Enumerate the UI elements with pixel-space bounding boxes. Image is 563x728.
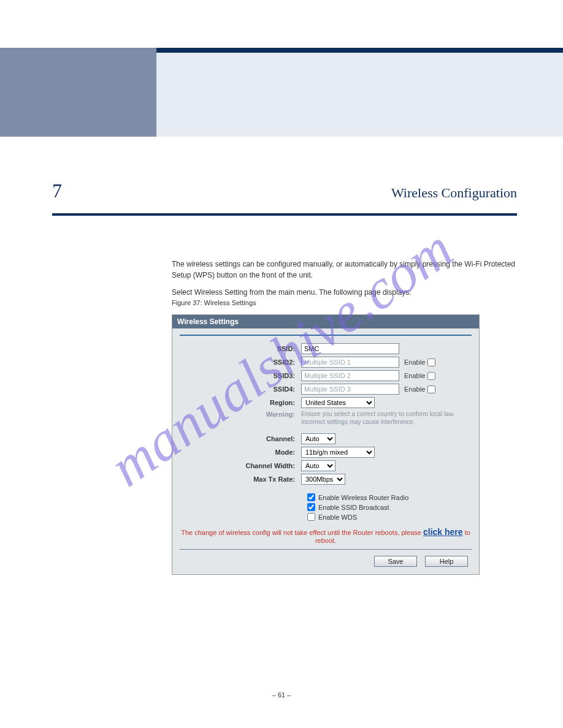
ssid-input[interactable] — [301, 343, 399, 354]
intro-text: The wireless settings can be configured … — [172, 259, 515, 304]
page-number: – 61 – — [0, 691, 563, 699]
enable-radio-label: Enable Wireless Router Radio — [318, 494, 408, 501]
region-select[interactable]: United States — [301, 397, 375, 408]
channel-width-label: Channel Width: — [180, 462, 301, 469]
row-region: Region: United States — [180, 397, 472, 408]
ssid2-enable-label: Enable — [404, 358, 425, 366]
row-warning: Warning: Ensure you select a correct cou… — [180, 411, 472, 426]
ssid4-label: SSID4: — [180, 385, 301, 393]
enable-ssidbc-label: Enable SSID Broadcast — [318, 504, 389, 511]
channel-width-select[interactable]: Auto — [301, 460, 335, 471]
mode-label: Mode: — [180, 449, 301, 456]
enable-ssidbc-checkbox[interactable] — [307, 503, 315, 511]
row-ssid: SSID: — [180, 343, 472, 354]
ssid-label: SSID: — [180, 345, 301, 352]
panel-title: Wireless Settings — [172, 315, 479, 328]
button-row: Save Help — [180, 556, 472, 567]
ssid2-enable-checkbox[interactable] — [427, 358, 435, 366]
row-ssid2: SSID2: Enable — [180, 357, 472, 368]
chapter-heading: 7 Wireless Configuration — [52, 180, 517, 216]
panel-bottom-rule — [180, 549, 472, 550]
reboot-pre: The change of wireless config will not t… — [181, 529, 423, 536]
banner-left-block — [0, 48, 156, 137]
ssid3-enable-checkbox[interactable] — [427, 372, 435, 380]
enable-radio-checkbox[interactable] — [307, 493, 315, 501]
figure-caption: Figure 37: Wireless Settings — [172, 299, 256, 306]
row-channel-width: Channel Width: Auto — [180, 460, 472, 471]
ssid4-input[interactable] — [301, 384, 399, 395]
ssid2-label: SSID2: — [180, 358, 301, 366]
ssid4-enable-checkbox[interactable] — [427, 385, 435, 393]
mode-select[interactable]: 11b/g/n mixed — [301, 447, 375, 458]
region-label: Region: — [180, 399, 301, 406]
reboot-link[interactable]: click here — [423, 527, 463, 537]
enable-wds-label: Enable WDS — [318, 514, 357, 521]
ssid3-enable-label: Enable — [404, 372, 425, 379]
row-channel: Channel: Auto — [180, 433, 472, 444]
warning-text: Ensure you select a correct country to c… — [301, 411, 461, 426]
chapter-number: 7 — [52, 180, 62, 202]
max-tx-select[interactable]: 300Mbps — [301, 474, 345, 485]
ssid3-label: SSID3: — [180, 372, 301, 379]
save-button[interactable]: Save — [374, 556, 417, 567]
row-opt-wds: Enable WDS — [307, 513, 472, 521]
intro-para-1: The wireless settings can be configured … — [172, 259, 515, 281]
reboot-notice: The change of wireless config will not t… — [180, 527, 472, 544]
enable-wds-checkbox[interactable] — [307, 513, 315, 521]
row-ssid4: SSID4: Enable — [180, 384, 472, 395]
intro-para-2: Select Wireless Setting from the main me… — [172, 287, 515, 298]
top-banner — [0, 48, 563, 137]
help-button[interactable]: Help — [425, 556, 468, 567]
ssid2-input[interactable] — [301, 357, 399, 368]
channel-label: Channel: — [180, 435, 301, 442]
chapter-title: Wireless Configuration — [391, 185, 517, 201]
row-opt-ssidbc: Enable SSID Broadcast — [307, 503, 472, 511]
row-ssid3: SSID3: Enable — [180, 370, 472, 381]
max-tx-label: Max Tx Rate: — [180, 476, 301, 483]
wireless-settings-panel: Wireless Settings SSID: SSID2: Enable SS… — [172, 314, 480, 575]
chapter-rule — [52, 213, 517, 216]
channel-select[interactable]: Auto — [301, 433, 335, 444]
ssid3-input[interactable] — [301, 370, 399, 381]
row-max-tx: Max Tx Rate: 300Mbps — [180, 474, 472, 485]
warning-label: Warning: — [180, 411, 301, 426]
ssid4-enable-label: Enable — [404, 385, 425, 393]
banner-right-block — [156, 48, 563, 137]
row-mode: Mode: 11b/g/n mixed — [180, 447, 472, 458]
row-opt-radio: Enable Wireless Router Radio — [307, 493, 472, 501]
panel-top-rule — [180, 335, 472, 336]
